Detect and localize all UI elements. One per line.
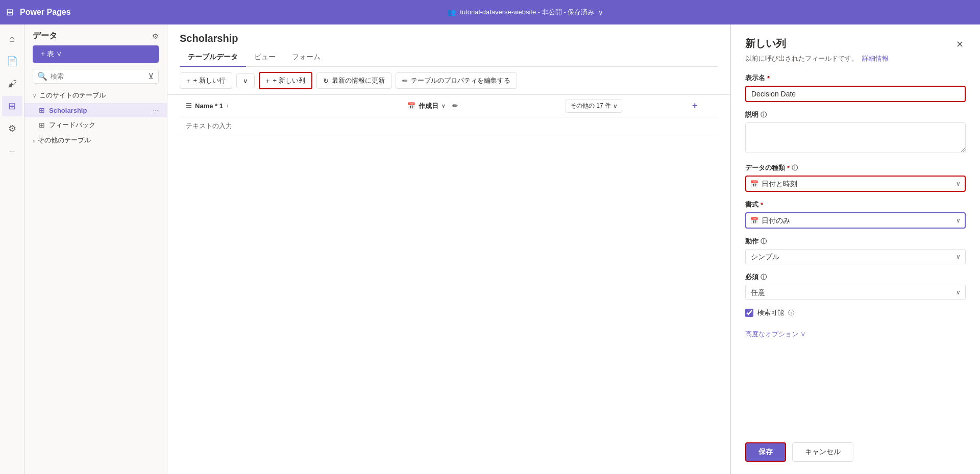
save-button[interactable]: 保存 [745,442,786,462]
tab-form[interactable]: フォーム [284,48,329,67]
panel-title: 新しい列 [745,37,786,51]
close-button[interactable]: ✕ [954,37,966,52]
edit-label: テーブルのプロパティを編集する [411,76,510,85]
data-table: ☰ Name * 1 ↑ 📅 作成日 ∨ ✏ [180,95,718,135]
table-item-feedback[interactable]: ⊞ フィードバック [24,117,167,133]
dropdown-arrow-icon[interactable]: ∨ [598,9,603,16]
this-site-section-label: このサイトのテーブル [39,91,106,100]
required-info-icon[interactable]: ⓘ [761,273,767,282]
advanced-options-link[interactable]: 高度なオプション ∨ [745,330,966,339]
new-row-button[interactable]: + + 新しい行 [180,72,232,89]
column-other-cols[interactable]: その他の 17 件 ∨ [559,95,686,117]
new-col-button[interactable]: + + 新しい列 [259,72,312,89]
refresh-button[interactable]: ↻ 最新の情報に更新 [316,72,391,89]
data-type-required-mark: * [787,164,790,172]
required-group: 必須 ⓘ 任意 必須 ∨ [745,272,966,300]
tab-view[interactable]: ビュー [246,48,284,67]
sidebar-item-styles[interactable]: 🖌 [2,73,22,94]
behavior-group: 動作 ⓘ シンプル ユーザーローカル 日付のみ ∨ [745,237,966,264]
format-select-wrap: 📅 日付のみ 日付と時刻 ∨ [745,212,966,229]
cancel-button[interactable]: キャンセル [792,442,853,462]
behavior-label: 動作 ⓘ [745,237,966,246]
icon-sidebar: ⌂ 📄 🖌 ⊞ ⚙ ··· [0,24,24,474]
table-item-label-feedback: フィードバック [49,120,159,130]
sidebar-item-data[interactable]: ⊞ [2,96,22,116]
format-label: 書式 * [745,200,966,209]
main-layout: ⌂ 📄 🖌 ⊞ ⚙ ··· データ ⚙ + 表 ∨ 🔍 ⊻ ∨ このサイトのテー… [0,24,980,474]
searchable-info-icon[interactable]: ⓘ [788,309,794,317]
other-cols-label: その他の 17 件 [570,102,611,110]
display-name-group: 表示名 * [745,73,966,102]
data-type-select[interactable]: 日付と時刻 テキスト 数値 はい/いいえ [745,176,966,192]
refresh-label: 最新の情報に更新 [332,76,385,85]
sidebar-item-pages[interactable]: 📄 [2,51,22,71]
table-grid-icon: ⊞ [39,106,45,114]
table-item-scholarship[interactable]: ⊞ Scholarship ··· [24,103,167,117]
required-mark: * [767,74,770,82]
sidebar-item-home[interactable]: ⌂ [2,29,22,49]
panel-subtitle: 以前に呼び出されたフィールドです。 詳細情報 [745,54,966,63]
this-site-section-header[interactable]: ∨ このサイトのテーブル [24,88,167,103]
searchable-label: 検索可能 [757,308,784,317]
searchable-group: 検索可能 ⓘ [745,308,966,317]
add-column-icon[interactable]: + [692,101,698,111]
data-type-label-text: データの種類 [745,163,785,172]
tab-table-data[interactable]: テーブルデータ [180,48,246,67]
panel-footer: 保存 キャンセル [745,430,966,462]
col-type-icon-name: ☰ [186,102,192,110]
site-info-text: tutorial-dataverse-website - 非公開 - 保存済み [460,8,594,17]
searchable-checkbox[interactable] [745,309,753,317]
data-type-select-wrap: 📅 日付と時刻 テキスト 数値 はい/いいえ ∨ [745,176,966,192]
add-table-button[interactable]: + 表 ∨ [33,45,159,63]
table-toolbar: + + 新しい行 ∨ + + 新しい列 ↻ 最新の情報に更新 ✏ テーブルのプロ… [167,67,730,95]
other-tables-label: その他のテーブル [38,136,91,145]
refresh-icon: ↻ [323,77,329,85]
subtitle-text: 以前に呼び出されたフィールドです。 [745,55,858,62]
filter-icon[interactable]: ⊻ [148,71,154,81]
col-type-icon-created: 📅 [407,102,415,110]
sidebar-item-settings[interactable]: ⚙ [2,118,22,139]
table-container: ☰ Name * 1 ↑ 📅 作成日 ∨ ✏ [167,95,730,474]
sort-icon-created[interactable]: ∨ [442,103,445,109]
required-label-text: 必須 [745,272,758,282]
data-settings-icon[interactable]: ⚙ [152,32,159,40]
edit-table-props-button[interactable]: ✏ テーブルのプロパティを編集する [396,72,517,89]
new-row-label: + 新しい行 [193,76,226,85]
col-edit-icon[interactable]: ✏ [452,102,458,110]
sidebar-item-more[interactable]: ··· [2,141,22,161]
table-item-more-icon[interactable]: ··· [153,106,159,114]
cell-other [559,117,686,135]
display-name-label-text: 表示名 [745,73,765,83]
detail-link[interactable]: 詳細情報 [862,55,889,62]
behavior-select[interactable]: シンプル ユーザーローカル 日付のみ [745,249,966,264]
column-header-name[interactable]: ☰ Name * 1 ↑ [180,95,401,117]
data-panel-title: データ [33,31,148,41]
top-nav: ⊞ Power Pages 👥 tutorial-dataverse-websi… [0,0,980,24]
other-cols-button[interactable]: その他の 17 件 ∨ [566,99,622,113]
required-select-wrap: 任意 必須 ∨ [745,285,966,300]
column-add[interactable]: + [686,95,718,117]
other-tables-section[interactable]: › その他のテーブル [24,133,167,148]
grid-icon[interactable]: ⊞ [6,7,14,18]
data-type-info-icon[interactable]: ⓘ [792,164,798,172]
data-panel-header: データ ⚙ [24,24,167,45]
behavior-info-icon[interactable]: ⓘ [761,237,767,246]
table-row: テキストの入力 [180,117,718,135]
cell-name[interactable]: テキストの入力 [180,117,401,135]
format-select[interactable]: 日付のみ 日付と時刻 [745,212,966,229]
column-header-created[interactable]: 📅 作成日 ∨ ✏ [401,95,559,117]
display-name-input[interactable] [745,86,966,102]
description-textarea[interactable] [745,122,966,153]
cell-created[interactable] [401,117,559,135]
search-icon: 🔍 [37,71,47,81]
chevron-down-icon: ∨ [33,93,36,98]
chevron-down-icon-small: ∨ [243,77,248,85]
description-label-text: 説明 [745,110,758,119]
search-bar: 🔍 ⊻ [33,69,159,84]
new-col-dropdown-button[interactable]: ∨ [236,73,255,88]
data-type-label: データの種類 * ⓘ [745,163,966,172]
description-info-icon[interactable]: ⓘ [761,111,767,119]
search-input[interactable] [51,72,145,80]
sort-icon-name[interactable]: ↑ [226,103,229,109]
required-select[interactable]: 任意 必須 [745,285,966,300]
